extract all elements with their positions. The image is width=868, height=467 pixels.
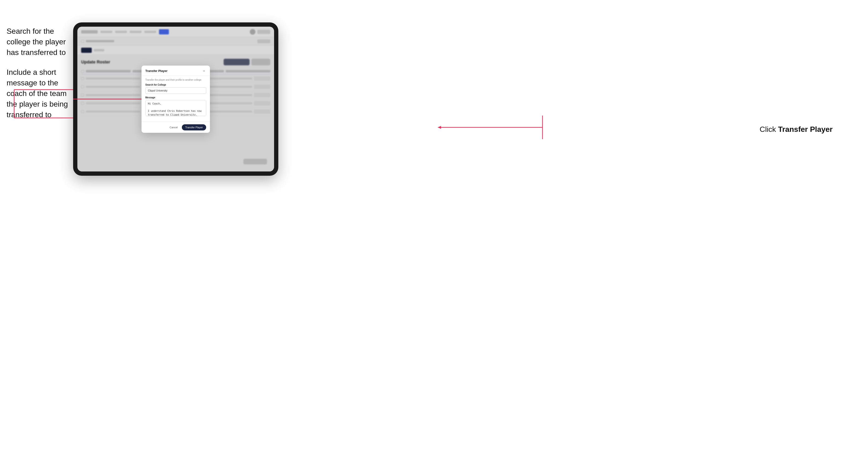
search-college-label: Search for College	[145, 84, 206, 86]
annotation-text-2: Include a short message to the coach of …	[7, 67, 73, 120]
modal-body: Transfer the player and their profile to…	[142, 76, 210, 122]
search-college-input[interactable]	[145, 87, 206, 94]
modal-title: Transfer Player	[145, 69, 167, 73]
modal-subtitle: Transfer the player and their profile to…	[145, 79, 206, 81]
modal-header: Transfer Player ×	[142, 66, 210, 76]
modal-footer: Cancel Transfer Player	[142, 122, 210, 133]
annotation-prefix: Click	[760, 125, 778, 133]
modal-overlay: Transfer Player × Transfer the player an…	[78, 27, 274, 172]
annotation-bold: Transfer Player	[778, 125, 833, 133]
close-icon: ×	[203, 69, 205, 73]
annotation-left: Search for the college the player has tr…	[7, 26, 73, 129]
transfer-player-modal: Transfer Player × Transfer the player an…	[142, 66, 210, 133]
modal-close-button[interactable]: ×	[202, 69, 206, 73]
svg-marker-6	[437, 126, 441, 129]
tablet-device: Update Roster	[73, 22, 278, 176]
transfer-player-button[interactable]: Transfer Player	[182, 124, 206, 130]
annotation-text-1: Search for the college the player has tr…	[7, 26, 73, 58]
message-textarea[interactable]	[145, 100, 206, 116]
annotation-right: Click Transfer Player	[760, 125, 833, 134]
message-label: Message	[145, 96, 206, 99]
cancel-button[interactable]: Cancel	[167, 125, 180, 130]
tablet-screen: Update Roster	[78, 27, 274, 172]
